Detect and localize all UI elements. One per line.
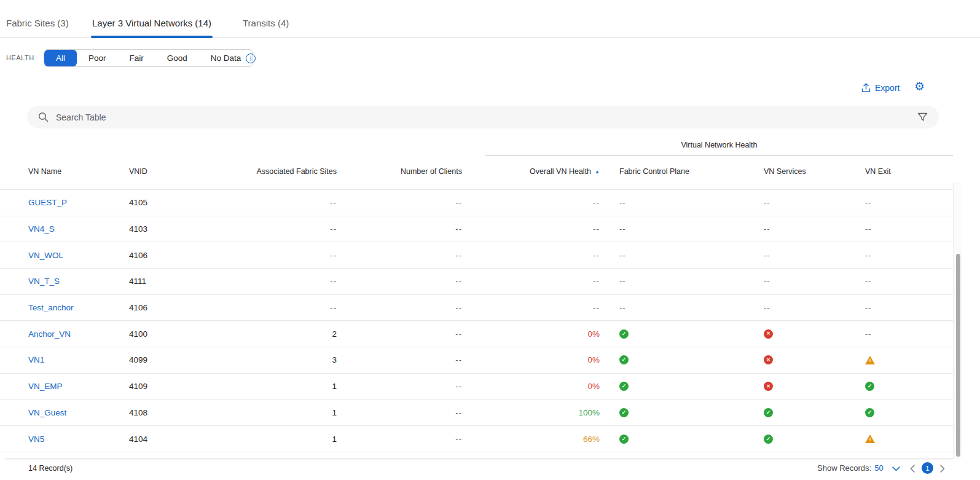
chevron-down-icon[interactable]	[892, 466, 900, 471]
empty-value: --	[455, 198, 462, 207]
vn-services-cell: --	[764, 295, 856, 321]
vn-name-link[interactable]: VN1	[28, 355, 44, 364]
vn-name-link[interactable]: VN_EMP	[28, 382, 63, 391]
vn-name-cell: VN_T_S	[28, 269, 120, 294]
vn-name-link[interactable]: VN5	[28, 435, 44, 444]
overall-vn-health-value: 0%	[587, 329, 600, 339]
vn-services-cell: ✕	[764, 347, 856, 373]
pagination-current-page[interactable]: 1	[922, 462, 933, 474]
column-header-associated-fabric-sites[interactable]: Associated Fabric Sites	[221, 161, 337, 182]
column-header-vn-services[interactable]: VN Services	[764, 161, 856, 182]
fabric-control-plane-cell: --	[619, 242, 742, 268]
status-good-icon: ✓	[865, 408, 874, 417]
search-bar	[27, 106, 939, 128]
vnid-cell: 4111	[129, 269, 215, 294]
health-filter-segmented-control: AllPoorFairGoodNo Data	[44, 49, 253, 67]
empty-value: --	[455, 303, 462, 312]
column-header-number-of-clients[interactable]: Number of Clients	[356, 161, 462, 182]
vn-name-link[interactable]: VN4_S	[28, 224, 55, 234]
vn-name-link[interactable]: Test_anchor	[28, 303, 74, 312]
column-header-label: Associated Fabric Sites	[256, 167, 337, 176]
vn-name-link[interactable]: VN_WOL	[28, 251, 63, 260]
associated-fabric-sites-cell: --	[221, 190, 337, 216]
number-of-clients-cell: --	[356, 216, 462, 242]
pagination-prev-icon[interactable]	[910, 465, 915, 473]
table-row: VN_WOL4106------------	[0, 242, 953, 269]
health-option-fair[interactable]: Fair	[118, 50, 155, 66]
health-option-good[interactable]: Good	[155, 50, 199, 66]
empty-value: --	[865, 251, 872, 260]
fabric-control-plane-cell: --	[619, 216, 742, 242]
vnid-cell: 4105	[129, 190, 215, 216]
table-row: Test_anchor4106------------	[0, 295, 953, 321]
fabric-control-plane-cell: ✓	[619, 347, 742, 373]
vn-name-cell: VN_EMP	[28, 374, 120, 399]
table-row: VN541041--66%✓✓!	[0, 426, 953, 452]
health-option-all[interactable]: All	[44, 50, 77, 66]
filter-funnel-icon[interactable]	[917, 112, 928, 122]
vnid-cell: 4099	[129, 347, 215, 373]
vn-name-link[interactable]: GUEST_P	[28, 198, 67, 207]
empty-value: --	[455, 277, 462, 286]
status-good-icon: ✓	[619, 382, 629, 391]
vn-exit-cell: --	[865, 321, 945, 347]
vn-exit-cell: --	[865, 216, 945, 242]
vn-name-link[interactable]: VN_T_S	[28, 277, 60, 286]
number-of-clients-cell: --	[356, 190, 462, 216]
associated-fabric-sites-cell: 1	[221, 374, 337, 399]
show-records-value[interactable]: 50	[874, 463, 883, 473]
vn-name-link[interactable]: Anchor_VN	[28, 329, 71, 339]
status-warning-icon: !	[865, 435, 875, 443]
vn-name-link[interactable]: VN_Guest	[28, 408, 66, 417]
tab-transits-4[interactable]: Transits (4)	[243, 0, 289, 37]
group-header-divider	[485, 155, 953, 155]
overall-vn-health-cell: --	[492, 242, 600, 268]
pagination-next-icon[interactable]	[940, 465, 945, 473]
vn-exit-cell: !	[865, 426, 945, 452]
fabric-control-plane-cell: --	[619, 295, 742, 321]
column-header-vn-name[interactable]: VN Name	[28, 161, 120, 182]
export-button[interactable]: Export	[861, 83, 900, 93]
vn-services-cell: ✓	[764, 426, 856, 452]
column-header-vnid[interactable]: VNID	[129, 161, 215, 182]
column-header-overall-vn-health[interactable]: Overall VN Health▲	[492, 161, 600, 182]
empty-value: --	[619, 277, 626, 286]
vnid-cell: 4106	[129, 242, 215, 268]
empty-value: --	[455, 435, 462, 444]
column-header-label: VN Exit	[865, 167, 891, 176]
overall-vn-health-cell: 0%	[492, 321, 600, 347]
column-header-fabric-control-plane[interactable]: Fabric Control Plane	[619, 161, 742, 182]
overall-vn-health-value: --	[593, 251, 600, 260]
info-icon[interactable]: i	[246, 53, 256, 63]
column-header-label: Fabric Control Plane	[619, 167, 689, 176]
search-input[interactable]	[56, 112, 917, 122]
health-filter-label: HEALTH	[6, 54, 34, 61]
tab-fabric-sites-3[interactable]: Fabric Sites (3)	[6, 0, 69, 37]
status-good-icon: ✓	[619, 355, 629, 364]
fabric-control-plane-cell: --	[619, 269, 742, 294]
vn-name-cell: VN1	[28, 347, 120, 373]
vn-name-cell: VN5	[28, 426, 120, 452]
health-option-no-data[interactable]: No Data	[199, 50, 253, 66]
overall-vn-health-value: --	[593, 303, 600, 312]
health-option-poor[interactable]: Poor	[77, 50, 118, 66]
column-header-label: Overall VN Health	[530, 167, 591, 176]
tab-bar: Fabric Sites (3)Layer 3 Virtual Networks…	[0, 0, 980, 37]
associated-fabric-sites-cell: --	[221, 242, 337, 268]
vn-services-cell: --	[764, 269, 856, 294]
table-body: GUEST_P4105------------VN4_S4103--------…	[0, 182, 953, 452]
empty-value: --	[455, 329, 462, 339]
empty-value: --	[455, 355, 462, 364]
export-label: Export	[875, 83, 900, 93]
vn-name-cell: GUEST_P	[28, 190, 120, 216]
records-count: 14 Record(s)	[28, 464, 73, 473]
tab-layer-3-virtual-networks-14[interactable]: Layer 3 Virtual Networks (14)	[92, 0, 211, 37]
column-header-vn-exit[interactable]: VN Exit	[865, 161, 945, 182]
number-of-clients-cell: --	[356, 269, 462, 294]
vn-services-cell: --	[764, 190, 856, 216]
vn-exit-cell: --	[865, 295, 945, 321]
column-header-label: Number of Clients	[401, 167, 462, 176]
vertical-scrollbar-thumb[interactable]	[956, 254, 960, 457]
gear-icon[interactable]: ⚙	[914, 81, 925, 92]
overall-vn-health-value: 100%	[578, 408, 600, 417]
